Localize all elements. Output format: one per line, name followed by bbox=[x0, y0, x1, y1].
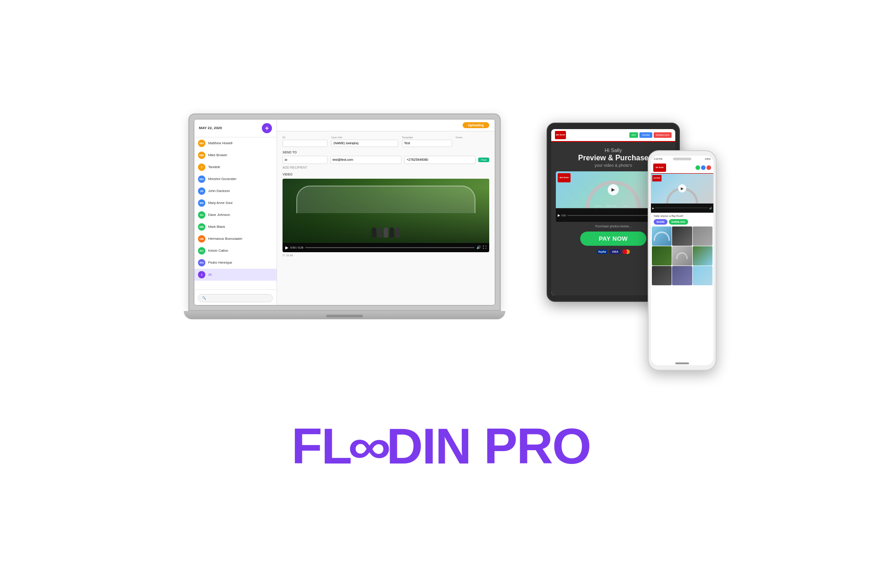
phone-download-icon[interactable] bbox=[707, 165, 711, 170]
pay-btn-small[interactable]: PAY bbox=[629, 132, 638, 138]
devices-container: MAY 22, 2020 + MHMatthew HowellMBMike Br… bbox=[165, 113, 717, 398]
contact-item[interactable]: PHPedro Henrique bbox=[194, 257, 277, 269]
scene: MAY 22, 2020 + MHMatthew HowellMBMike Br… bbox=[0, 0, 882, 588]
phone-share-button[interactable]: SHARE bbox=[654, 219, 667, 225]
phone-download-button[interactable]: DOWNLOAD bbox=[669, 219, 688, 225]
phone-input[interactable] bbox=[404, 156, 475, 164]
gallery-thumb-7[interactable] bbox=[652, 266, 672, 285]
phone: 3:43 PM 100% BIG RUSH bbox=[648, 150, 717, 371]
file-size: ⏱ 29.68 bbox=[283, 254, 489, 257]
greeting: Hi Sally bbox=[605, 147, 622, 153]
contact-item[interactable]: MSMary Anne Soul bbox=[194, 197, 277, 209]
contact-item[interactable]: KCKelvin Callon bbox=[194, 245, 277, 257]
paid-badge: Paid bbox=[478, 158, 489, 162]
contact-avatar: MB bbox=[198, 152, 205, 159]
contact-item[interactable]: MGMreshni Govender bbox=[194, 173, 277, 185]
name-input[interactable] bbox=[283, 156, 328, 164]
phone-screen: 3:43 PM 100% BIG RUSH bbox=[651, 156, 713, 365]
download-btn-small[interactable]: DOWNLOAD bbox=[654, 132, 672, 138]
pay-now-button[interactable]: PAY NOW bbox=[580, 232, 646, 246]
tv-time: 0:00 bbox=[561, 214, 566, 217]
gallery-thumb-2[interactable] bbox=[672, 226, 692, 246]
template-input[interactable] bbox=[402, 140, 452, 147]
id-label: ID bbox=[283, 136, 328, 139]
share-btn-small[interactable]: SHARE bbox=[639, 132, 652, 138]
contact-avatar: MH bbox=[198, 140, 205, 147]
contact-avatar: JD bbox=[198, 187, 205, 195]
phone-home-indicator bbox=[675, 362, 689, 364]
phone-brand-logo: BIG RUSH bbox=[653, 164, 666, 172]
play-icon[interactable]: ▶ bbox=[285, 245, 288, 250]
contact-avatar: PH bbox=[198, 259, 205, 266]
video-controls: ▶ 0:00 / 0:29 🔊 ⛶ bbox=[283, 243, 489, 252]
contact-item[interactable]: MHMatthew Howell bbox=[194, 137, 277, 149]
phone-play-icon[interactable]: ▶ bbox=[652, 207, 654, 209]
phone-pay-icon[interactable] bbox=[695, 165, 700, 170]
phone-play-btn[interactable]: ▶ bbox=[678, 184, 686, 192]
contact-avatar: DJ bbox=[198, 211, 205, 219]
purchase-photos-text: Purchase photos below... bbox=[595, 225, 631, 228]
contact-item[interactable]: MBMike Brower bbox=[194, 149, 277, 161]
gallery-thumb-3[interactable] bbox=[693, 226, 712, 246]
id-field: ID bbox=[283, 136, 328, 147]
phone-progress-bar[interactable] bbox=[655, 208, 708, 208]
contact-item[interactable]: JDJohn Dackson bbox=[194, 185, 277, 197]
progress-bar[interactable] bbox=[305, 247, 475, 248]
done-label: Done bbox=[456, 136, 489, 139]
sidebar-search bbox=[194, 289, 277, 305]
id-input[interactable] bbox=[283, 140, 328, 147]
phone-body: 3:43 PM 100% BIG RUSH bbox=[648, 150, 717, 371]
date-label: MAY 22, 2020 bbox=[199, 126, 222, 130]
contact-name: Mike Brower bbox=[208, 153, 227, 157]
user-info-field: User Info bbox=[331, 136, 398, 147]
video-player: ▶ 0:00 / 0:29 🔊 ⛶ bbox=[283, 179, 489, 252]
search-input[interactable] bbox=[198, 294, 273, 302]
email-input[interactable] bbox=[330, 156, 401, 164]
phone-action-btns: SHARE DOWNLOAD bbox=[651, 219, 713, 226]
contact-avatar: HB bbox=[198, 235, 205, 243]
phone-volume-icon[interactable]: 🔊 bbox=[709, 207, 712, 209]
gallery-thumb-4[interactable] bbox=[652, 246, 672, 266]
phone-notch bbox=[673, 158, 691, 160]
add-recipient-link[interactable]: ADD RECIPIENT bbox=[283, 166, 489, 169]
user-info-input[interactable] bbox=[331, 140, 398, 147]
contact-item[interactable]: MBMark Black bbox=[194, 221, 277, 233]
tv-progress-bar[interactable] bbox=[567, 215, 656, 216]
video-thumbnail bbox=[283, 179, 489, 243]
fullscreen-icon[interactable]: ⛶ bbox=[483, 245, 486, 249]
contact-name: Pedro Henrique bbox=[208, 260, 232, 265]
phone-share-icon[interactable] bbox=[701, 165, 706, 170]
gallery-thumb-6[interactable] bbox=[693, 246, 712, 266]
contact-name: Hermanus Boonzaaier bbox=[208, 237, 243, 241]
contact-item[interactable]: HBHermanus Boonzaaier bbox=[194, 233, 277, 245]
video-brand-overlay: BIG RUSH bbox=[558, 173, 571, 182]
phone-time: 3:43 PM bbox=[654, 158, 662, 160]
gallery-thumb-8[interactable] bbox=[672, 266, 692, 285]
phone-video-bar: ▶ 🔊 bbox=[651, 204, 713, 213]
gallery-thumb-1[interactable] bbox=[652, 226, 672, 246]
gallery-thumb-9[interactable] bbox=[693, 266, 712, 285]
tablet-play-icon[interactable]: ▶ bbox=[558, 214, 560, 217]
phone-battery: 100% bbox=[705, 158, 711, 160]
laptop: MAY 22, 2020 + MHMatthew HowellMBMike Br… bbox=[188, 113, 501, 380]
gallery-thumb-5[interactable] bbox=[672, 246, 692, 266]
contact-item[interactable]: DJDave Johnson bbox=[194, 209, 277, 221]
done-field: Done bbox=[456, 136, 489, 147]
uploading-badge: Uploading bbox=[463, 122, 489, 128]
tablet-header: BIG RUSH PAY SHARE DOWNLOAD bbox=[551, 129, 675, 142]
watermark-text: PAY... PRICE... +15... bbox=[595, 204, 631, 207]
laptop-main: Uploading ID User Info bbox=[277, 119, 495, 305]
contact-avatar: MB bbox=[198, 223, 205, 231]
header-buttons: PAY SHARE DOWNLOAD bbox=[629, 132, 672, 138]
contact-item[interactable]: JJo bbox=[194, 269, 277, 281]
send-to-label: SEND TO bbox=[283, 151, 489, 154]
contact-name: John Dackson bbox=[208, 189, 230, 193]
phone-header: BIG RUSH bbox=[651, 162, 713, 174]
contact-item[interactable]: TTandele bbox=[194, 161, 277, 173]
paypal-icon: PayPal bbox=[597, 249, 608, 254]
volume-icon[interactable]: 🔊 bbox=[476, 245, 481, 249]
phone-gallery bbox=[651, 226, 713, 285]
laptop-body: MAY 22, 2020 + MHMatthew HowellMBMike Br… bbox=[188, 113, 501, 311]
contact-avatar: T bbox=[198, 164, 205, 171]
add-button[interactable]: + bbox=[262, 123, 272, 133]
